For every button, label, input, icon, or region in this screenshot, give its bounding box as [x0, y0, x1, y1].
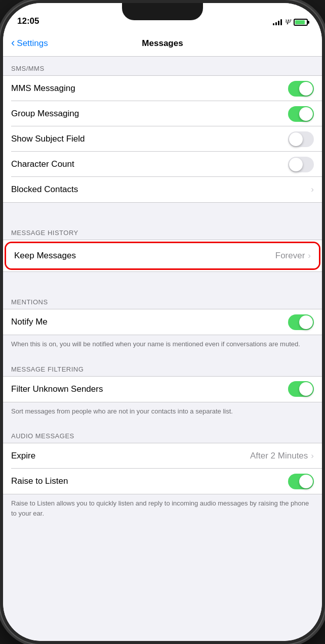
section-message-filtering: MESSAGE FILTERING Filter Unknown Senders…	[3, 357, 322, 425]
group-messaging-toggle[interactable]	[288, 106, 314, 122]
spacer-2	[3, 272, 322, 290]
toggle-thumb	[299, 315, 313, 329]
blocked-contacts-label: Blocked Contacts	[11, 185, 311, 195]
notch	[122, 3, 203, 20]
mms-messaging-toggle[interactable]	[288, 81, 314, 97]
signal-icon	[273, 19, 282, 25]
row-character-count: Character Count	[3, 152, 322, 177]
section-body-message-history: Keep Messages Forever ›	[3, 240, 322, 272]
phone-frame: 12:05 𝛹 ‹ S	[0, 0, 325, 644]
mentions-description: When this is on, you will be notified wh…	[3, 335, 322, 357]
section-header-sms-mms: SMS/MMS	[3, 57, 322, 75]
highlighted-keep-messages: Keep Messages Forever ›	[5, 242, 320, 270]
raise-to-listen-toggle[interactable]	[288, 474, 314, 489]
toggle-thumb	[289, 132, 303, 146]
raise-to-listen-label: Raise to Listen	[11, 476, 288, 486]
expire-value: After 2 Minutes	[250, 451, 308, 461]
section-header-audio-messages: AUDIO MESSAGES	[3, 424, 322, 443]
spacer-1	[3, 203, 322, 221]
chevron-right-icon: ›	[311, 451, 314, 461]
toggle-thumb	[299, 475, 313, 488]
row-notify-me: Notify Me	[3, 309, 322, 335]
notify-me-toggle[interactable]	[288, 314, 314, 330]
row-show-subject-field: Show Subject Field	[3, 126, 322, 152]
phone-inner: 12:05 𝛹 ‹ S	[3, 3, 322, 641]
row-filter-unknown-senders: Filter Unknown Senders	[3, 377, 322, 402]
keep-messages-label: Keep Messages	[14, 251, 275, 261]
screen: 12:05 𝛹 ‹ S	[3, 3, 322, 641]
section-sms-mms: SMS/MMS MMS Messaging Group Messaging	[3, 57, 322, 203]
keep-messages-value: Forever	[275, 251, 305, 261]
section-audio-messages: AUDIO MESSAGES Expire After 2 Minutes › …	[3, 424, 322, 526]
row-blocked-contacts[interactable]: Blocked Contacts ›	[3, 177, 322, 202]
message-filtering-description: Sort messages from people who are not in…	[3, 402, 322, 425]
battery-fill	[295, 20, 305, 24]
expire-label: Expire	[11, 451, 250, 461]
section-header-message-filtering: MESSAGE FILTERING	[3, 357, 322, 376]
chevron-right-icon: ›	[308, 251, 311, 261]
audio-messages-description: Raise to Listen allows you to quickly li…	[3, 494, 322, 526]
toggle-thumb	[299, 382, 313, 396]
row-raise-to-listen: Raise to Listen	[3, 469, 322, 494]
filter-unknown-senders-toggle[interactable]	[288, 381, 314, 397]
section-body-audio-messages: Expire After 2 Minutes › Raise to Listen	[3, 443, 322, 494]
back-label: Settings	[17, 38, 48, 49]
row-keep-messages[interactable]: Keep Messages Forever ›	[6, 243, 319, 268]
section-body-message-filtering: Filter Unknown Senders	[3, 376, 322, 402]
navigation-bar: ‹ Settings Messages	[3, 30, 322, 57]
filter-unknown-senders-label: Filter Unknown Senders	[11, 384, 288, 394]
status-icons: 𝛹	[273, 18, 308, 26]
row-expire[interactable]: Expire After 2 Minutes ›	[3, 443, 322, 469]
row-group-messaging: Group Messaging	[3, 101, 322, 126]
back-button[interactable]: ‹ Settings	[11, 37, 48, 50]
back-chevron-icon: ‹	[11, 36, 15, 50]
page-title: Messages	[142, 38, 183, 49]
status-time: 12:05	[17, 16, 39, 26]
chevron-right-icon: ›	[311, 185, 314, 195]
character-count-toggle[interactable]	[288, 157, 314, 172]
battery-icon	[294, 19, 308, 26]
character-count-label: Character Count	[11, 159, 288, 169]
section-body-mentions: Notify Me	[3, 309, 322, 335]
section-mentions: MENTIONS Notify Me When this is on, you …	[3, 290, 322, 357]
toggle-thumb	[299, 82, 313, 96]
section-body-sms-mms: MMS Messaging Group Messaging	[3, 75, 322, 203]
group-messaging-label: Group Messaging	[11, 109, 288, 119]
mms-messaging-label: MMS Messaging	[11, 83, 288, 94]
notify-me-label: Notify Me	[11, 317, 288, 327]
wifi-icon: 𝛹	[285, 18, 291, 26]
section-header-mentions: MENTIONS	[3, 290, 322, 309]
row-mms-messaging: MMS Messaging	[3, 76, 322, 101]
section-header-message-history: MESSAGE HISTORY	[3, 221, 322, 240]
settings-content: SMS/MMS MMS Messaging Group Messaging	[3, 57, 322, 641]
show-subject-field-toggle[interactable]	[288, 131, 314, 147]
section-message-history: MESSAGE HISTORY Keep Messages Forever ›	[3, 221, 322, 272]
toggle-thumb	[299, 107, 313, 121]
toggle-thumb	[289, 158, 303, 171]
show-subject-field-label: Show Subject Field	[11, 134, 288, 144]
